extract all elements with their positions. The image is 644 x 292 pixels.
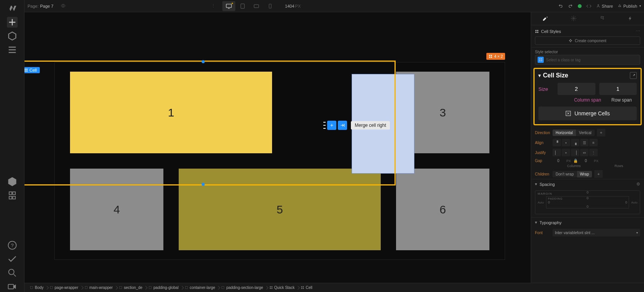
gap-row: Gap 0 PX 🔒 0 PX — [531, 157, 644, 164]
device-tablet[interactable] — [236, 1, 249, 11]
webflow-logo[interactable] — [7, 3, 18, 14]
tab-style[interactable] — [542, 15, 548, 22]
margin-right-auto[interactable]: Auto — [631, 201, 637, 204]
search-button[interactable] — [7, 267, 18, 278]
svg-rect-33 — [222, 287, 224, 289]
column-span-input[interactable]: 2 — [558, 83, 595, 95]
cell-size-title: Cell Size — [543, 72, 568, 79]
justify-end[interactable]: ▕ — [571, 149, 579, 156]
share-button[interactable]: Share — [596, 4, 613, 8]
expand-icon[interactable] — [630, 72, 637, 79]
typography-header[interactable]: ▾ Typography — [531, 217, 644, 227]
crumb-cell[interactable]: Cell — [298, 285, 315, 290]
align-center[interactable]: ▪ — [562, 139, 570, 146]
page-surface[interactable]: 4 × 2 1 3 4 5 6 Merge cell right — [54, 62, 505, 260]
canvas[interactable]: 4 × 2 1 3 4 5 6 Merge cell right Cell — [24, 12, 531, 283]
spacing-settings-icon[interactable]: ⚙ — [636, 182, 640, 187]
children-nowrap[interactable]: Don't wrap — [553, 171, 577, 177]
align-baseline[interactable]: ≡ — [589, 139, 598, 146]
preview-icon[interactable] — [60, 3, 66, 9]
crumb-padding-section[interactable]: padding-section-large — [219, 285, 265, 290]
create-component-button[interactable]: Create component — [535, 36, 640, 45]
undo-icon[interactable] — [558, 3, 563, 9]
children-wrap[interactable]: Wrap — [577, 171, 592, 177]
spacing-header[interactable]: ▾ Spacing ⚙ — [531, 179, 644, 189]
export-code-icon[interactable] — [586, 3, 592, 9]
cell-size-card: ▾ Cell Size Size 2 1 Column span Row spa… — [533, 68, 642, 125]
children-label: Children — [535, 172, 550, 176]
assets-button[interactable] — [7, 176, 18, 187]
grid-cell-4[interactable]: 4 — [70, 169, 163, 250]
tab-settings[interactable] — [571, 15, 577, 22]
crumb-section[interactable]: section_de — [117, 285, 145, 290]
row-span-input[interactable]: 1 — [599, 83, 637, 95]
align-stretch[interactable]: ☰ — [580, 139, 589, 146]
padding-left[interactable]: 0 — [548, 200, 550, 204]
direction-vertical[interactable]: Vertical — [576, 130, 595, 136]
font-select[interactable]: Inter variablefont slnt ... ▾ — [553, 229, 640, 236]
tab-interactions[interactable] — [599, 15, 605, 22]
cell-styles-header[interactable]: Cell Styles ⋯ — [535, 28, 640, 35]
direction-more[interactable]: + — [597, 129, 605, 136]
gap-col-value[interactable]: 0 — [553, 159, 564, 163]
spacing-control[interactable]: MARGIN 0 Auto Auto PADDING 0 0 0 0 — [535, 190, 640, 214]
direction-horizontal[interactable]: Horizontal — [553, 130, 576, 136]
chevron-down-icon[interactable]: ▾ — [538, 73, 541, 78]
direction-label: Direction — [535, 131, 550, 135]
style-selector-input[interactable]: Select a class or tag — [535, 55, 640, 65]
crumb-quick-stack[interactable]: Quick Stack — [267, 285, 297, 290]
svg-point-2 — [8, 269, 14, 275]
justify-around[interactable]: ⋮ — [589, 149, 598, 156]
justify-between[interactable]: ⇔ — [580, 149, 589, 156]
margin-label: MARGIN — [538, 192, 552, 195]
padding-top[interactable]: 0 — [587, 196, 589, 200]
add-element-button[interactable] — [7, 17, 18, 28]
crumb-main-wrapper[interactable]: main-wrapper — [82, 285, 115, 290]
merge-right-button[interactable] — [338, 121, 347, 130]
align-end[interactable]: ▗ — [571, 139, 579, 146]
margin-top[interactable]: 0 — [587, 190, 589, 194]
svg-rect-9 — [489, 55, 491, 56]
audit-button[interactable] — [7, 254, 18, 264]
add-column-button[interactable] — [327, 121, 336, 130]
selection-tag[interactable]: Cell — [24, 67, 40, 73]
page-label: Page: — [28, 4, 39, 8]
video-button[interactable] — [7, 281, 18, 292]
justify-start[interactable]: ▏ — [553, 149, 561, 156]
grid-size-badge[interactable]: 4 × 2 — [486, 53, 505, 60]
children-more[interactable]: + — [594, 170, 603, 178]
device-tablet-landscape[interactable] — [250, 1, 263, 11]
publish-button[interactable]: Publish▾ — [618, 4, 641, 8]
drag-handle-icon[interactable] — [323, 122, 326, 129]
padding-right[interactable]: 0 — [625, 200, 627, 204]
cms-button[interactable] — [7, 190, 18, 201]
crumb-padding-global[interactable]: padding-global — [146, 285, 181, 290]
grid-cell-6[interactable]: 6 — [396, 169, 489, 250]
tab-effects[interactable] — [628, 16, 633, 22]
justify-label: Justify — [535, 151, 550, 155]
navigator-button[interactable] — [7, 44, 18, 55]
grid-cell-1[interactable]: 1 — [70, 72, 272, 153]
page-menu-icon[interactable]: ⋮ — [211, 3, 215, 8]
viewport-size[interactable]: 1404PX — [285, 4, 301, 8]
components-button[interactable] — [7, 31, 18, 41]
crumb-body[interactable]: Body — [28, 285, 46, 290]
crumb-page-wrapper[interactable]: page-wrapper — [47, 285, 81, 290]
device-desktop[interactable]: ★ — [222, 1, 235, 11]
more-icon[interactable]: ⋯ — [636, 29, 640, 34]
align-start[interactable]: ▝ — [553, 139, 561, 146]
unmerge-cells-button[interactable]: Unmerge Cells — [538, 107, 637, 120]
gap-cols-label: Columns — [553, 164, 595, 168]
page-name[interactable]: Page 7 — [40, 4, 54, 8]
device-mobile[interactable] — [264, 1, 277, 11]
help-button[interactable]: ? — [7, 240, 18, 251]
svg-rect-32 — [185, 287, 187, 289]
padding-bottom[interactable]: 0 — [587, 205, 589, 208]
gap-lock-icon[interactable]: 🔒 — [573, 159, 578, 163]
redo-icon[interactable] — [568, 3, 573, 9]
grid-cell-5[interactable]: 5 — [179, 169, 381, 250]
crumb-container[interactable]: container-large — [183, 285, 218, 290]
margin-left-auto[interactable]: Auto — [538, 201, 544, 204]
justify-center[interactable]: ▪ — [562, 149, 570, 156]
gap-row-value[interactable]: 0 — [580, 159, 592, 163]
